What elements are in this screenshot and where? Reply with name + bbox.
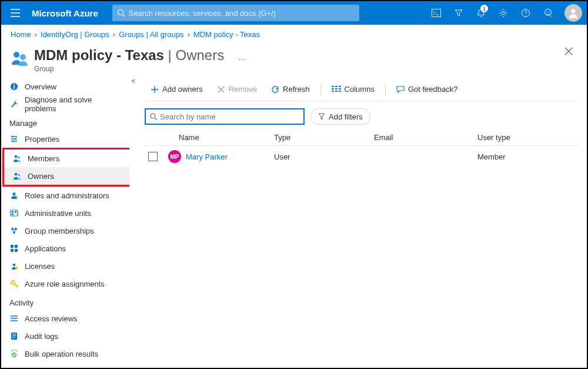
svg-rect-29 <box>15 245 18 248</box>
sidebar-item-bulk-results[interactable]: Bulk operation results <box>1 345 128 363</box>
svg-point-32 <box>13 264 16 267</box>
svg-point-40 <box>151 114 155 118</box>
brand-title: Microsoft Azure <box>32 8 98 18</box>
hamburger-icon <box>11 9 20 17</box>
col-header-type[interactable]: Type <box>274 133 374 142</box>
sidebar-label: Audit logs <box>25 332 58 341</box>
svg-rect-31 <box>15 249 18 252</box>
svg-point-5 <box>546 11 547 12</box>
sidebar-item-overview[interactable]: Overview <box>1 78 128 95</box>
feedback-button[interactable]: Got feedback? <box>390 80 464 99</box>
logs-icon <box>9 331 19 341</box>
table-row[interactable]: MP Mary Parker User Member <box>145 146 579 167</box>
sidebar-item-memberships[interactable]: Group memberships <box>1 222 128 240</box>
row-name-link[interactable]: Mary Parker <box>186 152 228 161</box>
apps-icon <box>9 244 19 253</box>
svg-point-15 <box>12 141 14 142</box>
close-icon <box>564 47 573 55</box>
sidebar-label: Applications <box>25 244 66 253</box>
sidebar-item-members[interactable]: Members <box>4 149 129 167</box>
sidebar-item-access-reviews[interactable]: Access reviews <box>1 310 128 327</box>
add-owners-button[interactable]: Add owners <box>145 80 209 99</box>
help-button[interactable] <box>515 1 536 25</box>
col-header-name[interactable]: Name <box>168 133 274 142</box>
global-search-input[interactable] <box>129 9 355 18</box>
refresh-icon <box>271 85 279 94</box>
plus-icon <box>151 85 159 94</box>
svg-point-17 <box>18 157 20 159</box>
svg-point-13 <box>12 136 14 138</box>
sidebar-section-activity: Activity <box>1 292 128 310</box>
svg-rect-24 <box>12 214 14 215</box>
add-filters-button[interactable]: Add filters <box>310 108 370 125</box>
columns-button[interactable]: Columns <box>326 80 380 99</box>
svg-rect-38 <box>12 337 15 338</box>
sidebar-label: Group memberships <box>25 227 94 235</box>
svg-rect-30 <box>11 249 14 252</box>
people-icon <box>12 171 22 181</box>
sidebar-label: Licenses <box>25 262 55 271</box>
svg-point-8 <box>14 52 19 58</box>
sidebar-item-admin-units[interactable]: Administrative units <box>1 204 128 222</box>
sidebar-item-roles[interactable]: Roles and administrators <box>1 187 128 204</box>
svg-rect-36 <box>12 334 16 334</box>
search-by-name-input[interactable] <box>160 112 300 121</box>
svg-rect-33 <box>15 267 18 270</box>
sidebar-label: Owners <box>28 172 54 181</box>
sidebar-item-diagnose[interactable]: Diagnose and solve problems <box>1 95 128 113</box>
svg-rect-21 <box>11 210 18 216</box>
filter-bar: Add filters <box>145 101 579 129</box>
sidebar-label: Bulk operation results <box>25 350 98 358</box>
sidebar-item-licenses[interactable]: Licenses <box>1 257 128 275</box>
separator <box>385 84 386 95</box>
row-checkbox[interactable] <box>148 152 158 161</box>
svg-point-4 <box>545 9 552 16</box>
sidebar-item-owners[interactable]: Owners <box>4 167 129 185</box>
svg-point-7 <box>572 9 576 14</box>
global-search[interactable] <box>112 5 359 21</box>
breadcrumb-current[interactable]: MDM policy - Texas <box>193 30 260 39</box>
notifications-button[interactable]: 1 <box>470 1 492 25</box>
sidebar-label: Diagnose and solve problems <box>25 95 120 113</box>
page-title: MDM policy - Texas | Owners <box>34 47 224 64</box>
directory-filter-button[interactable] <box>448 1 469 25</box>
breadcrumb: Home› IdentityOrg | Groups› Groups | All… <box>1 25 587 41</box>
search-icon <box>149 112 158 121</box>
svg-point-12 <box>14 84 15 85</box>
sidebar-item-role-assignments[interactable]: Azure role assignments <box>1 275 128 292</box>
sidebar-item-audit-logs[interactable]: Audit logs <box>1 327 128 345</box>
hamburger-menu[interactable] <box>6 4 25 22</box>
row-usertype: Member <box>477 152 579 161</box>
col-header-usertype[interactable]: User type <box>477 133 579 142</box>
main-panel: Add owners Remove Refresh Columns Got fe… <box>136 78 587 369</box>
memberships-icon <box>9 226 19 235</box>
sidebar-item-applications[interactable]: Applications <box>1 240 128 257</box>
license-icon <box>9 261 19 271</box>
svg-rect-22 <box>12 211 14 213</box>
admin-icon <box>9 191 19 200</box>
command-bar: Add owners Remove Refresh Columns Got fe… <box>145 78 579 101</box>
refresh-button[interactable]: Refresh <box>265 80 316 99</box>
filter-icon <box>318 113 325 120</box>
cloud-shell-button[interactable] <box>426 1 447 25</box>
settings-button[interactable] <box>493 1 514 25</box>
close-blade-button[interactable] <box>564 47 573 55</box>
breadcrumb-level2[interactable]: Groups | All groups <box>119 30 183 39</box>
reviews-icon <box>9 314 19 323</box>
breadcrumb-level1[interactable]: IdentityOrg | Groups <box>41 30 109 39</box>
page-header: MDM policy - Texas | Owners Group … <box>1 41 587 78</box>
sidebar-scroll[interactable]: Overview Diagnose and solve problems Man… <box>1 78 129 369</box>
more-actions[interactable]: … <box>238 53 247 62</box>
breadcrumb-home[interactable]: Home <box>11 30 31 39</box>
table-header: Name Type Email User type <box>145 129 579 146</box>
notification-badge: 1 <box>480 5 488 12</box>
svg-point-19 <box>18 174 20 177</box>
col-header-email[interactable]: Email <box>374 133 477 142</box>
user-avatar[interactable] <box>564 4 582 22</box>
sidebar-item-properties[interactable]: Properties <box>1 130 128 148</box>
feedback-top-button[interactable] <box>537 1 559 25</box>
topbar-actions: 1 <box>426 1 582 25</box>
chat-icon <box>396 85 405 94</box>
collapse-sidebar-button[interactable]: « <box>131 77 135 85</box>
search-by-name[interactable] <box>145 108 305 125</box>
